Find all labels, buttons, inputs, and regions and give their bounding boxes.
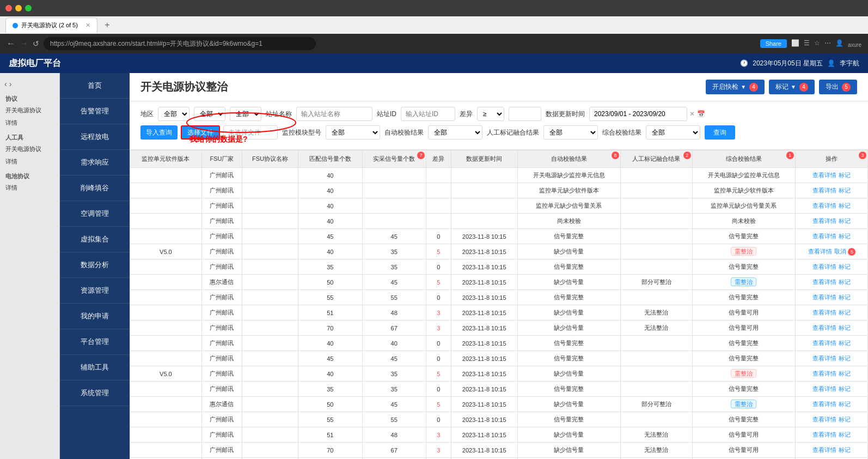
action-link[interactable]: 标记 [839,431,851,438]
overall-select[interactable]: 全部 [646,125,700,140]
action-link[interactable]: 查看详情 [812,355,836,361]
sidebar-item-alarm[interactable]: 告警管理 [60,99,130,124]
action-link[interactable]: 查看详情 [812,202,836,209]
action-link[interactable]: 查看详情 [812,309,836,316]
action-link[interactable]: 标记 [839,218,851,224]
action-link[interactable]: 查看详情 [812,416,836,422]
calendar-icon[interactable]: 📅 [697,110,705,118]
user-icon[interactable]: 👤 [835,39,843,48]
cell-actions[interactable]: 查看详情标记 [795,183,867,198]
menu-icon[interactable]: ⋯ [824,39,831,48]
action-link[interactable]: 标记 [839,401,851,407]
manual-check-select[interactable]: 全部 [543,125,598,140]
date-clear-icon[interactable]: ✕ [689,110,695,118]
action-link[interactable]: 标记 [839,294,851,300]
action-link[interactable]: 查看详情 [812,370,836,377]
diff-select[interactable]: ≥≤= [477,107,504,121]
auto-check-select[interactable]: 全部 [428,125,482,140]
action-link[interactable]: 查看详情 [812,431,836,438]
diff-value-input[interactable] [509,107,541,121]
action-link[interactable]: 标记 [839,202,851,209]
new-tab-button[interactable]: + [100,17,115,33]
sidebar-item-platform[interactable]: 平台管理 [60,329,130,355]
action-link[interactable]: 标记 [839,233,851,239]
mark-button[interactable]: 标记 ▼ 4 [769,80,815,94]
action-link[interactable]: 查看详情 [812,263,836,270]
quick-check-button[interactable]: 开启快检 ▼ 4 [706,80,765,94]
sidebar-item-remote[interactable]: 远程放电 [60,124,130,150]
action-link[interactable]: 查看详情 [812,218,836,224]
cell-actions[interactable]: 查看详情标记 [795,382,867,397]
far-left-item-kaiguan2[interactable]: 开关电源协议 [2,143,57,155]
export-button[interactable]: 导出 5 [819,80,857,94]
action-link[interactable]: 取消 [834,248,846,255]
cell-actions[interactable]: 查看详情标记 [795,198,867,214]
import-button[interactable]: 导入查询 [140,125,178,140]
back-icon[interactable]: ← [7,39,15,49]
cell-actions[interactable]: 查看详情标记 [795,290,867,305]
site-name-input[interactable] [296,107,372,121]
mark-dropdown-icon[interactable]: ▼ [791,84,796,90]
action-link[interactable]: 标记 [839,279,851,285]
query-button[interactable]: 查询 [705,125,735,140]
refresh-icon[interactable]: ↺ [33,39,39,48]
far-left-item-xiangqing1[interactable]: 详情 [2,117,57,129]
sidebar-item-ac[interactable]: 空调管理 [60,201,130,227]
action-link[interactable]: 标记 [839,370,851,377]
action-link[interactable]: 查看详情 [812,187,836,194]
sidebar-item-virtual[interactable]: 虚拟集合 [60,227,130,252]
action-link[interactable]: 标记 [839,187,851,194]
sidebar-item-demand[interactable]: 需求响应 [60,150,130,176]
action-link[interactable]: 标记 [839,172,851,178]
sidebar-item-data[interactable]: 数据分析 [60,252,130,278]
action-link[interactable]: 查看详情 [812,233,836,239]
cell-actions[interactable]: 查看详情标记 [795,305,867,321]
action-link[interactable]: 标记 [839,263,851,270]
window-icon[interactable]: ⬜ [791,39,799,48]
quick-check-dropdown-icon[interactable]: ▼ [741,84,746,90]
cell-actions[interactable]: 查看详情取消5 [795,244,867,259]
action-link[interactable]: 查看详情 [812,279,836,285]
cell-actions[interactable]: 查看详情标记 [795,351,867,366]
action-link[interactable]: 标记 [839,309,851,316]
action-link[interactable]: 查看详情 [812,294,836,300]
nav-left-arrow[interactable]: ‹ [4,80,7,88]
cell-actions[interactable]: 查看详情标记 [795,214,867,229]
nav-right-arrow[interactable]: › [9,80,12,88]
far-left-item-kaiguan[interactable]: 开关电源协议 [2,104,57,117]
sidebar-item-resource[interactable]: 资源管理 [60,278,130,304]
cell-actions[interactable]: 查看详情标记 [795,168,867,183]
region-select-2[interactable]: 全部 [194,107,225,121]
sidebar-item-tools[interactable]: 辅助工具 [60,355,130,381]
cell-actions[interactable]: 查看详情标记 [795,275,867,290]
action-link[interactable]: 查看详情 [812,324,836,331]
bookmark-icon[interactable]: ☆ [814,39,820,48]
action-link[interactable]: 查看详情 [812,172,836,178]
tab-close-icon[interactable]: ✕ [85,22,90,29]
action-link[interactable]: 标记 [839,355,851,361]
action-link[interactable]: 查看详情 [812,340,836,346]
forward-icon[interactable]: → [20,39,28,49]
sidebar-toggle-icon[interactable]: ☰ [804,39,810,48]
cell-actions[interactable]: 查看详情标记 [795,443,867,458]
region-select-3[interactable]: 全部 [230,107,261,121]
cell-actions[interactable]: 查看详情标记 [795,229,867,244]
action-link[interactable]: 查看详情 [808,248,832,255]
sidebar-item-myapp[interactable]: 我的申请 [60,304,130,329]
region-select-1[interactable]: 全部广东北京 [158,107,190,121]
share-button[interactable]: Share [760,39,787,48]
site-id-input[interactable] [401,107,455,121]
date-range-input[interactable] [589,107,687,121]
sidebar-item-system[interactable]: 系统管理 [60,381,130,406]
far-left-item-xiangqing2[interactable]: 详情 [2,155,57,168]
cell-actions[interactable]: 查看详情标记 [795,336,867,351]
cell-actions[interactable]: 查看详情标记 [795,412,867,427]
action-link[interactable]: 标记 [839,324,851,331]
action-link[interactable]: 标记 [839,385,851,392]
cell-actions[interactable]: 查看详情标记 [795,366,867,382]
cell-actions[interactable]: 查看详情标记 [795,427,867,443]
action-link[interactable]: 标记 [839,446,851,453]
monitor-model-select[interactable]: 全部 [326,125,380,140]
cell-actions[interactable]: 查看详情标记 [795,397,867,412]
action-link[interactable]: 标记 [839,340,851,346]
